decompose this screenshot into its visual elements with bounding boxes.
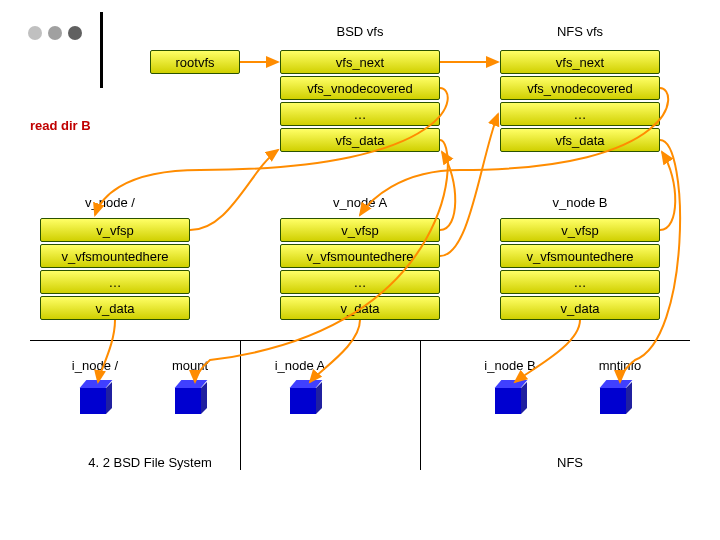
box-v-mountedhere-a: v_vfsmountedhere (280, 244, 440, 268)
box-vfs-vnodecovered-2: vfs_vnodecovered (500, 76, 660, 100)
label-inode-b: i_node B (470, 358, 550, 373)
label-mount: mount (160, 358, 220, 373)
footer-bsd: 4. 2 BSD File System (60, 455, 240, 470)
label-vnode-b: v_node B (520, 195, 640, 210)
box-v-vfsp-b: v_vfsp (500, 218, 660, 242)
header-nfs-vfs: NFS vfs (520, 24, 640, 39)
box-v-data-a: v_data (280, 296, 440, 320)
box-v-dots-a: … (280, 270, 440, 294)
header-bsd-vfs: BSD vfs (300, 24, 420, 39)
label-vnode-a: v_node A (300, 195, 420, 210)
cube-inode-b (495, 382, 527, 414)
label-inode-a: i_node A (260, 358, 340, 373)
box-vfs-data-2: vfs_data (500, 128, 660, 152)
bullet-dot (68, 26, 82, 40)
box-v-data-b: v_data (500, 296, 660, 320)
box-v-data-0: v_data (40, 296, 190, 320)
label-read-dir-b: read dir B (30, 118, 91, 133)
label-mntinfo: mntinfo (590, 358, 650, 373)
box-v-mountedhere-0: v_vfsmountedhere (40, 244, 190, 268)
divider-v2 (420, 340, 421, 470)
bullet-dot (28, 26, 42, 40)
divider-h (30, 340, 690, 341)
divider-v1 (240, 340, 241, 470)
box-vfs-data-1: vfs_data (280, 128, 440, 152)
box-vfs-dots-1: … (280, 102, 440, 126)
box-vfs-vnodecovered-1: vfs_vnodecovered (280, 76, 440, 100)
box-v-vfsp-0: v_vfsp (40, 218, 190, 242)
box-v-dots-0: … (40, 270, 190, 294)
box-vfs-next-2: vfs_next (500, 50, 660, 74)
cube-inode-slash (80, 382, 112, 414)
bullet-dot (48, 26, 62, 40)
footer-nfs: NFS (540, 455, 600, 470)
cube-mount (175, 382, 207, 414)
label-inode-slash: i_node / (55, 358, 135, 373)
box-v-dots-b: … (500, 270, 660, 294)
label-vnode-slash: v_node / (50, 195, 170, 210)
cube-inode-a (290, 382, 322, 414)
box-v-mountedhere-b: v_vfsmountedhere (500, 244, 660, 268)
cube-mntinfo (600, 382, 632, 414)
box-v-vfsp-a: v_vfsp (280, 218, 440, 242)
slide-bullets (28, 26, 82, 40)
box-vfs-dots-2: … (500, 102, 660, 126)
box-rootvfs: rootvfs (150, 50, 240, 74)
header-vline (100, 12, 103, 88)
box-vfs-next-1: vfs_next (280, 50, 440, 74)
